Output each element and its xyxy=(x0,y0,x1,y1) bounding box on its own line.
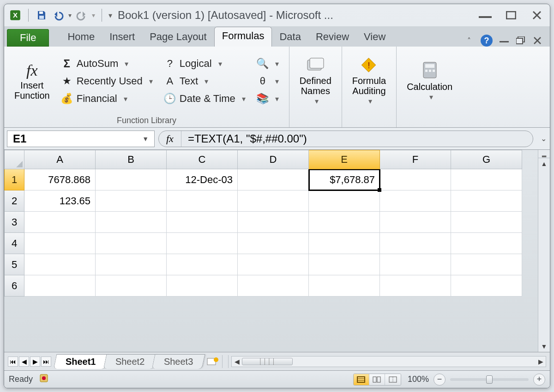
app-icon[interactable]: X xyxy=(9,9,22,22)
zoom-in-icon[interactable]: + xyxy=(533,374,545,386)
mdi-close-icon[interactable] xyxy=(532,36,542,46)
undo-icon[interactable] xyxy=(52,9,65,22)
col-header-F[interactable]: F xyxy=(380,150,451,169)
cell-C2[interactable] xyxy=(167,190,238,212)
maximize-icon[interactable] xyxy=(503,10,519,21)
tab-insert[interactable]: Insert xyxy=(102,28,142,47)
cell-G3[interactable] xyxy=(451,212,522,233)
select-all-corner[interactable] xyxy=(4,150,24,169)
close-icon[interactable] xyxy=(529,10,545,21)
row-header-1[interactable]: 1 xyxy=(4,169,24,190)
cell-C3[interactable] xyxy=(167,212,238,233)
name-box[interactable]: E1 ▼ xyxy=(7,131,155,147)
calculation-button[interactable]: Calculation xyxy=(401,60,458,102)
cell-E6[interactable] xyxy=(309,275,380,297)
sheet-nav-next-icon[interactable]: ▶ xyxy=(30,356,40,367)
hscroll-thumb[interactable]: ││││ xyxy=(242,358,293,365)
text-button[interactable]: A Text xyxy=(162,74,247,88)
cell-G5[interactable] xyxy=(451,254,522,275)
scroll-down-icon[interactable]: ▼ xyxy=(538,341,550,352)
undo-dropdown-icon[interactable]: ▾ xyxy=(68,12,72,19)
scroll-track[interactable] xyxy=(538,169,550,341)
col-header-D[interactable]: D xyxy=(238,150,309,169)
save-icon[interactable] xyxy=(35,9,48,22)
row-header-4[interactable]: 4 xyxy=(4,233,24,254)
cell-G1[interactable] xyxy=(451,169,522,190)
cell-C1[interactable]: 12-Dec-03 xyxy=(167,169,238,190)
cell-B4[interactable] xyxy=(96,233,167,254)
cell-B5[interactable] xyxy=(96,254,167,275)
hscroll-split-icon[interactable] xyxy=(222,355,229,368)
defined-names-button[interactable]: Defined Names xyxy=(294,56,337,107)
col-header-B[interactable]: B xyxy=(96,150,167,169)
math-trig-button[interactable]: θ xyxy=(255,74,281,88)
logical-button[interactable]: ? Logical xyxy=(162,57,247,71)
vertical-scrollbar[interactable]: ▂ ▲ ▼ xyxy=(538,150,550,352)
cell-C5[interactable] xyxy=(167,254,238,275)
cell-D1[interactable] xyxy=(238,169,309,190)
tab-view[interactable]: View xyxy=(356,28,393,47)
cell-F5[interactable] xyxy=(380,254,451,275)
row-header-5[interactable]: 5 xyxy=(4,254,24,275)
cell-F1[interactable] xyxy=(380,169,451,190)
redo-dropdown-icon[interactable]: ▾ xyxy=(92,12,95,19)
row-header-2[interactable]: 2 xyxy=(4,190,24,212)
tab-review[interactable]: Review xyxy=(308,28,356,47)
sheet-tab-2[interactable]: Sheet2 xyxy=(103,354,157,369)
cell-E5[interactable] xyxy=(309,254,380,275)
insert-function-button[interactable]: fx Insert Function xyxy=(9,61,55,101)
hscroll-left-icon[interactable]: ◀ xyxy=(232,358,242,365)
col-header-C[interactable]: C xyxy=(167,150,238,169)
fx-icon[interactable]: fx xyxy=(159,131,181,147)
date-time-button[interactable]: 🕒 Date & Time xyxy=(162,92,247,106)
zoom-out-icon[interactable]: − xyxy=(434,374,446,386)
more-functions-button[interactable]: 📚 xyxy=(255,92,281,106)
view-page-layout-icon[interactable] xyxy=(369,374,385,385)
col-header-A[interactable]: A xyxy=(24,150,96,169)
tab-page-layout[interactable]: Page Layout xyxy=(142,28,214,47)
cell-F3[interactable] xyxy=(380,212,451,233)
tab-file[interactable]: File xyxy=(7,29,49,47)
qat-customize-icon[interactable]: ▾ xyxy=(108,11,112,20)
cell-D5[interactable] xyxy=(238,254,309,275)
mdi-restore-icon[interactable] xyxy=(516,36,526,46)
sheet-nav-last-icon[interactable]: ⏭ xyxy=(41,356,51,367)
cell-D2[interactable] xyxy=(238,190,309,212)
cell-F2[interactable] xyxy=(380,190,451,212)
redo-icon[interactable] xyxy=(75,9,88,22)
cell-D4[interactable] xyxy=(238,233,309,254)
cell-A2[interactable]: 123.65 xyxy=(24,190,96,212)
cell-D3[interactable] xyxy=(238,212,309,233)
cell-B3[interactable] xyxy=(96,212,167,233)
scroll-up-icon[interactable]: ▲ xyxy=(538,158,550,169)
cell-C6[interactable] xyxy=(167,275,238,297)
formula-bar-expand-icon[interactable]: ⌄ xyxy=(537,134,550,143)
col-header-G[interactable]: G xyxy=(451,150,522,169)
cell-E1[interactable]: $7,678.87 xyxy=(309,169,380,190)
row-header-3[interactable]: 3 xyxy=(4,212,24,233)
cell-F6[interactable] xyxy=(380,275,451,297)
minimize-icon[interactable] xyxy=(477,10,494,21)
row-header-6[interactable]: 6 xyxy=(4,275,24,297)
cell-C4[interactable] xyxy=(167,233,238,254)
tab-home[interactable]: Home xyxy=(60,28,102,47)
help-icon[interactable]: ? xyxy=(481,35,493,47)
formula-auditing-button[interactable]: ! Formula Auditing xyxy=(347,56,391,107)
formula-input[interactable]: =TEXT(A1, "$#,##0.00") xyxy=(181,132,533,145)
horizontal-scrollbar[interactable]: ◀ ││││ ▶ xyxy=(231,356,546,367)
cell-B6[interactable] xyxy=(96,275,167,297)
cell-G2[interactable] xyxy=(451,190,522,212)
cell-A6[interactable] xyxy=(24,275,96,297)
cell-B1[interactable] xyxy=(96,169,167,190)
ribbon-minimize-icon[interactable]: ˄ xyxy=(464,36,474,46)
mdi-minimize-icon[interactable] xyxy=(499,36,509,46)
view-page-break-icon[interactable] xyxy=(385,374,401,385)
cell-B2[interactable] xyxy=(96,190,167,212)
autosum-button[interactable]: Σ AutoSum xyxy=(59,57,155,71)
cell-A5[interactable] xyxy=(24,254,96,275)
hscroll-right-icon[interactable]: ▶ xyxy=(536,358,546,365)
cell-E4[interactable] xyxy=(309,233,380,254)
col-header-E[interactable]: E xyxy=(309,150,380,169)
split-handle-icon[interactable]: ▂ xyxy=(538,150,550,158)
cell-F4[interactable] xyxy=(380,233,451,254)
